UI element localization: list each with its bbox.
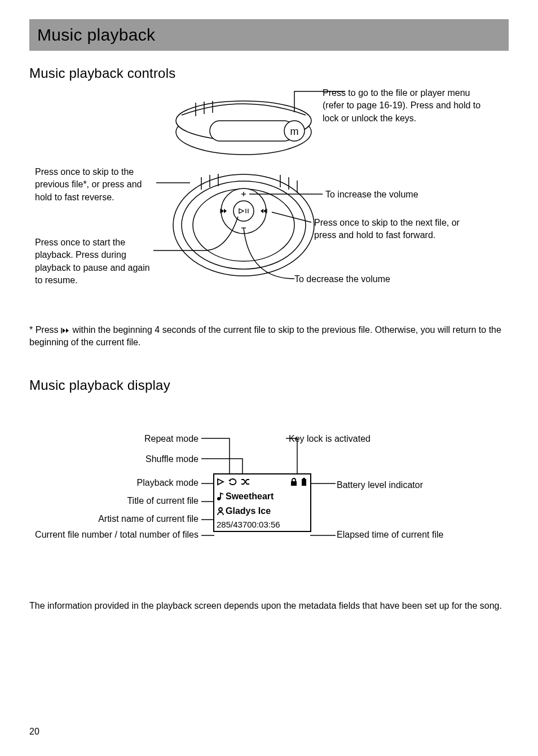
leader-vol-down [244, 234, 300, 284]
label-artist: Artist name of current file [29, 513, 199, 525]
screen-title: Sweetheart [226, 491, 274, 502]
leader-battery [310, 481, 338, 487]
label-filecount: Current file number / total number of fi… [29, 529, 199, 541]
lock-icon [290, 477, 298, 486]
battery-icon [300, 477, 308, 486]
label-battery: Battery level indicator [337, 479, 423, 491]
skip-previous-inline-icon [61, 327, 70, 334]
shuffle-icon [240, 477, 250, 486]
player-screen: Sweetheart Gladys Ice 285/437 00:03:56 [213, 473, 311, 532]
repeat-icon [228, 477, 238, 486]
play-mode-icon [217, 477, 226, 486]
svg-rect-37 [303, 478, 305, 479]
page-banner: Music playback [29, 19, 509, 51]
callout-next: Press once to skip to the next file, or … [314, 217, 461, 242]
svg-rect-36 [302, 479, 306, 486]
leader-filecount [199, 533, 215, 539]
svg-rect-35 [291, 481, 297, 486]
closing-paragraph: The information provided in the playback… [29, 600, 509, 612]
label-repeat: Repeat mode [29, 433, 199, 445]
screen-file-count: 285/437 [217, 520, 247, 529]
leader-next [272, 211, 317, 228]
label-elapsed: Elapsed time of current file [337, 529, 443, 541]
label-title: Title of current file [29, 495, 199, 507]
footnote-suffix: within the beginning 4 seconds of the cu… [29, 325, 501, 347]
leader-elapsed [310, 533, 338, 539]
person-icon [217, 507, 224, 516]
callout-vol-up: To increase the volume [325, 188, 472, 201]
leader-play [153, 245, 238, 296]
label-playback: Playback mode [29, 477, 199, 489]
music-note-icon [217, 492, 224, 501]
section-heading-controls: Music playback controls [29, 65, 509, 81]
callout-prev: Press once to skip to the previous file*… [35, 166, 159, 204]
controls-diagram: m Press to go to the file or player menu… [29, 87, 509, 318]
section-heading-display: Music playback display [29, 377, 509, 393]
footnote-prefix: * Press [29, 325, 61, 335]
svg-line-27 [272, 212, 311, 222]
screen-artist: Gladys Ice [226, 506, 271, 516]
leader-prev [156, 177, 213, 217]
leader-vol-up [249, 188, 328, 200]
display-diagram: Repeat mode Shuffle mode Playback mode T… [29, 414, 509, 583]
callout-menu: Press to go to the file or player menu (… [323, 87, 492, 125]
banner-title: Music playback [37, 25, 155, 45]
svg-point-39 [219, 508, 222, 511]
footnote-text: * Press within the beginning 4 seconds o… [29, 324, 509, 349]
screen-elapsed: 00:03:56 [247, 520, 280, 529]
callout-vol-down: To decrease the volume [294, 273, 441, 285]
label-shuffle: Shuffle mode [29, 453, 199, 465]
svg-rect-5 [210, 121, 294, 141]
callout-play: Press once to start the playback. Press … [35, 236, 159, 287]
page-number: 20 [29, 727, 39, 737]
